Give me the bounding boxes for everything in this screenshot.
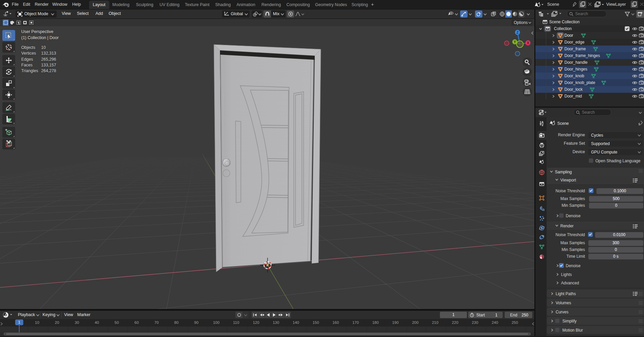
svg-text:Z: Z — [516, 31, 519, 34]
svg-text:Y: Y — [514, 40, 516, 44]
svg-text:X: X — [527, 41, 529, 45]
